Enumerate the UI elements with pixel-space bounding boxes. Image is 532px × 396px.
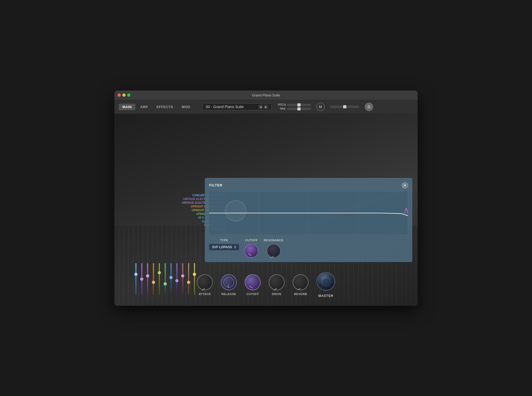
pan-label: PAN [278, 107, 285, 110]
preset-selector[interactable]: 00 - Grand Piano Suite ◀ ▶ [202, 103, 272, 110]
release-group: RELEASE [221, 274, 237, 296]
bottom-cutoff-tick [249, 286, 253, 288]
window-title: Grand Piano Suite [252, 93, 280, 97]
pitch-slider[interactable] [287, 104, 311, 106]
cutoff-indicator [248, 253, 252, 256]
filter-type-group: TYPE SVF LOPASS [209, 239, 239, 250]
svg-point-5 [322, 278, 330, 286]
filter-type-select[interactable]: SVF LOPASS [209, 244, 239, 250]
master-group: MASTER [317, 272, 335, 298]
resonance-knob[interactable] [267, 244, 281, 258]
bottom-controls: ATTACK RELEASE CUTOFF [114, 272, 418, 298]
attack-group: ATTACK [197, 274, 213, 296]
settings-icon: ⚙ [367, 104, 371, 109]
pitch-pan-area: PITCH PAN [278, 103, 311, 110]
filter-panel: FILTER ✕ [205, 178, 412, 262]
attack-knob[interactable] [197, 274, 213, 290]
bottom-cutoff-knob[interactable] [245, 274, 261, 290]
filter-display [209, 192, 408, 234]
volume-slider[interactable] [330, 106, 359, 108]
preset-prev-button[interactable]: ◀ [259, 105, 263, 109]
title-bar: Grand Piano Suite [114, 91, 418, 100]
preset-name: 00 - Grand Piano Suite [206, 105, 259, 109]
volume-thumb [343, 105, 346, 108]
filter-resonance-group: RESONANCE [264, 239, 284, 258]
m-button[interactable]: M [316, 103, 325, 111]
filter-close-button[interactable]: ✕ [402, 182, 408, 189]
preset-arrows: ◀ ▶ [259, 105, 268, 109]
minimize-button[interactable] [122, 93, 126, 97]
filter-type-label: TYPE [220, 239, 228, 242]
pitch-label: PITCH [278, 103, 285, 106]
filter-type-value: SVF LOPASS [212, 245, 232, 249]
release-knob[interactable] [221, 274, 237, 290]
drive-group: DRIVE [269, 274, 285, 296]
reverb-tick [297, 288, 301, 290]
filter-resonance-label: RESONANCE [264, 239, 284, 242]
arrow-down-icon [234, 247, 236, 248]
master-label: MASTER [318, 294, 334, 298]
filter-header: FILTER ✕ [209, 182, 408, 189]
drive-knob[interactable] [269, 274, 285, 290]
release-label: RELEASE [221, 292, 236, 296]
pan-slider[interactable] [287, 108, 311, 110]
resonance-indicator [270, 256, 274, 259]
bottom-cutoff-group: CUTOFF [245, 274, 261, 296]
cutoff-knob[interactable] [244, 244, 258, 258]
maximize-button[interactable] [127, 93, 130, 97]
tab-effects[interactable]: EFFECTS [153, 104, 177, 110]
pitch-thumb [297, 103, 301, 107]
master-knob[interactable] [317, 272, 335, 291]
top-nav: MAIN ARP EFFECTS MOD 00 - Grand Piano Su… [114, 100, 418, 114]
attack-tick [202, 288, 205, 291]
reverb-label: REVERB [294, 292, 307, 296]
select-arrow-icon [234, 246, 236, 248]
filter-curve-svg [209, 192, 408, 234]
tab-main[interactable]: MAIN [119, 104, 135, 110]
pan-row: PAN [278, 107, 311, 110]
tab-mod[interactable]: MOD [178, 104, 194, 110]
close-button[interactable] [118, 93, 121, 97]
filter-cutoff-label: CUTOFF [245, 239, 257, 242]
pan-thumb [297, 107, 301, 111]
tab-arp[interactable]: ARP [136, 104, 152, 110]
main-area: CONCERT GRAND PIANO VINTAGE ELECTRIC GRA… [114, 114, 418, 306]
reverb-knob[interactable] [293, 274, 309, 290]
filter-title: FILTER [209, 183, 223, 187]
drive-label: DRIVE [272, 292, 281, 296]
bottom-cutoff-label: CUTOFF [246, 292, 259, 296]
filter-controls: TYPE SVF LOPASS CUTOFF [209, 239, 408, 258]
pitch-row: PITCH [278, 103, 311, 106]
settings-button[interactable]: ⚙ [365, 103, 373, 111]
preset-next-button[interactable]: ▶ [264, 105, 268, 109]
release-ring [223, 277, 234, 288]
nav-tabs: MAIN ARP EFFECTS MOD [119, 104, 194, 110]
attack-label: ATTACK [199, 292, 211, 296]
arrow-up-icon [234, 246, 236, 247]
main-window: Grand Piano Suite MAIN ARP EFFECTS MOD 0… [114, 91, 418, 306]
filter-cutoff-group: CUTOFF [244, 239, 258, 258]
reverb-group: REVERB [293, 274, 309, 296]
traffic-lights [118, 93, 130, 97]
master-knob-svg [317, 273, 335, 291]
drive-tick [274, 288, 277, 291]
